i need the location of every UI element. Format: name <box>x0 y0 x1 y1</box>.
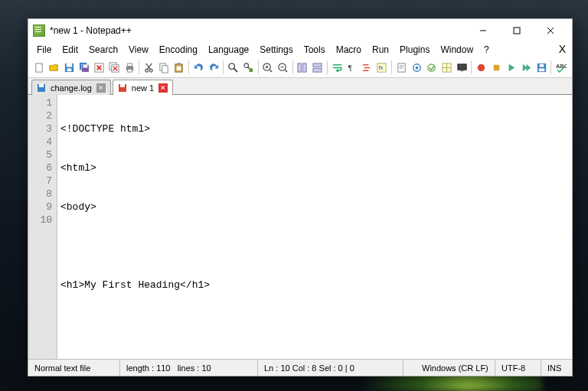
stop-macro-icon[interactable] <box>489 60 504 75</box>
show-all-chars-icon[interactable]: ¶ <box>345 60 359 75</box>
svg-rect-29 <box>177 66 181 70</box>
zoom-out-icon[interactable] <box>276 60 290 75</box>
status-encoding[interactable]: UTF-8 <box>495 360 541 376</box>
line-number[interactable]: 6 <box>30 161 52 174</box>
svg-rect-1 <box>514 28 520 34</box>
save-icon[interactable] <box>62 60 77 75</box>
status-insert-mode[interactable]: INS <box>541 360 572 376</box>
status-filetype: Normal text file <box>28 360 120 376</box>
menu-language[interactable]: Language <box>203 43 254 57</box>
svg-rect-64 <box>457 64 466 70</box>
maximize-button[interactable] <box>500 20 534 41</box>
folder-panel-icon[interactable] <box>439 60 454 75</box>
tab-label: new 1 <box>130 83 155 93</box>
replace-icon[interactable] <box>241 60 256 75</box>
titlebar[interactable]: *new 1 - Notepad++ <box>28 19 572 42</box>
wordwrap-icon[interactable] <box>330 60 345 75</box>
svg-rect-65 <box>460 70 463 71</box>
svg-text:¶: ¶ <box>348 64 352 72</box>
menu-window[interactable]: Window <box>435 43 479 57</box>
sync-h-icon[interactable] <box>310 60 325 75</box>
menu-tools[interactable]: Tools <box>299 43 331 57</box>
line-number[interactable]: 7 <box>30 174 52 187</box>
code-line[interactable]: <p>My first paragraph.</p> <box>60 357 569 359</box>
line-number[interactable]: 9 <box>30 200 52 213</box>
cut-icon[interactable] <box>142 60 156 75</box>
close-button[interactable] <box>534 20 567 41</box>
line-number[interactable]: 4 <box>30 135 52 148</box>
play-multi-icon[interactable] <box>519 60 534 75</box>
code-line[interactable]: <!DOCTYPE html> <box>60 122 569 135</box>
play-macro-icon[interactable] <box>505 60 519 75</box>
close-all-icon[interactable] <box>107 60 122 75</box>
statusbar: Normal text file length : 110 lines : 10… <box>28 359 572 376</box>
menu-view[interactable]: View <box>123 43 154 57</box>
menu-plugins[interactable]: Plugins <box>394 43 435 57</box>
code-area[interactable]: <!DOCTYPE html> <html> <body> <h1>My Fir… <box>57 95 572 359</box>
lang-icon[interactable]: fx <box>375 60 390 75</box>
print-icon[interactable] <box>122 60 137 75</box>
svg-rect-43 <box>303 63 307 71</box>
open-file-icon[interactable] <box>47 60 62 75</box>
line-number[interactable]: 10 <box>30 213 52 226</box>
indent-guide-icon[interactable] <box>360 60 374 75</box>
menu-edit[interactable]: Edit <box>57 43 83 57</box>
spellcheck-icon[interactable]: ABC <box>554 60 568 75</box>
svg-rect-54 <box>398 63 405 71</box>
line-number-gutter[interactable]: 1 2 3 4 5 6 7 8 9 10 <box>28 95 57 359</box>
svg-text:ABC: ABC <box>556 63 567 70</box>
separator <box>188 60 189 74</box>
save-macro-icon[interactable] <box>534 60 549 75</box>
svg-line-38 <box>270 70 273 72</box>
save-all-icon[interactable] <box>77 60 92 75</box>
menu-help[interactable]: ? <box>479 43 495 57</box>
zoom-in-icon[interactable] <box>260 60 275 75</box>
app-window: *new 1 - Notepad++ File Edit Search View… <box>28 18 573 376</box>
line-number[interactable]: 3 <box>30 122 52 135</box>
line-number[interactable]: 8 <box>30 187 52 200</box>
file-dirty-icon <box>118 83 127 93</box>
code-line[interactable] <box>60 318 569 331</box>
separator <box>550 60 551 74</box>
doc-map-icon[interactable] <box>394 60 409 75</box>
menu-search[interactable]: Search <box>83 43 123 57</box>
line-number[interactable]: 5 <box>30 148 52 161</box>
menu-settings[interactable]: Settings <box>254 43 298 57</box>
doc-list-icon[interactable] <box>410 60 424 75</box>
monitor-icon[interactable] <box>455 60 469 75</box>
code-line[interactable]: <html> <box>60 161 569 174</box>
app-icon <box>33 24 45 37</box>
menu-file[interactable]: File <box>31 43 57 57</box>
close-file-icon[interactable] <box>93 60 107 75</box>
tab-close-icon[interactable]: ✕ <box>96 83 106 93</box>
menu-encoding[interactable]: Encoding <box>154 43 203 57</box>
line-number[interactable]: 1 <box>30 96 52 109</box>
func-list-icon[interactable] <box>424 60 439 75</box>
record-macro-icon[interactable] <box>474 60 488 75</box>
svg-line-41 <box>285 70 287 72</box>
tab-mdi-close-icon[interactable]: X <box>559 43 566 55</box>
paste-icon[interactable] <box>172 60 187 75</box>
svg-rect-6 <box>67 63 73 67</box>
sync-v-icon[interactable] <box>296 60 310 75</box>
redo-icon[interactable] <box>207 60 221 75</box>
code-line[interactable] <box>60 239 569 253</box>
status-eol[interactable]: Windows (CR LF) <box>416 360 495 376</box>
tab-close-icon[interactable]: ✕ <box>158 83 168 93</box>
undo-icon[interactable] <box>191 60 206 75</box>
svg-rect-44 <box>313 63 322 67</box>
separator <box>223 60 224 74</box>
tab-change-log[interactable]: change.log ✕ <box>31 80 111 95</box>
line-number[interactable]: 2 <box>30 109 52 122</box>
copy-icon[interactable] <box>157 60 172 75</box>
find-icon[interactable] <box>226 60 240 75</box>
code-line[interactable]: <h1>My First Heading</h1> <box>60 279 569 292</box>
code-line[interactable]: <body> <box>60 200 569 213</box>
new-file-icon[interactable] <box>32 60 47 75</box>
menu-run[interactable]: Run <box>367 43 394 57</box>
tab-new-1[interactable]: new 1 ✕ <box>113 80 173 95</box>
window-controls <box>466 20 567 41</box>
toolbar: ¶ fx ABC <box>28 57 572 78</box>
menu-macro[interactable]: Macro <box>331 43 367 57</box>
minimize-button[interactable] <box>466 20 500 41</box>
